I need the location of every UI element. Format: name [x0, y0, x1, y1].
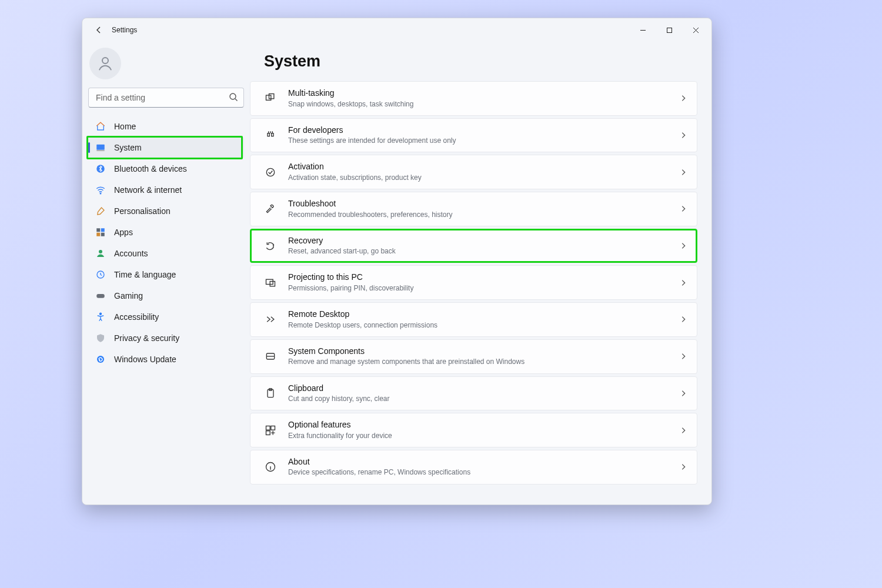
paintbrush-icon [93, 206, 108, 216]
card-multitasking[interactable]: Multi-taskingSnap windows, desktops, tas… [250, 81, 697, 116]
chevron-right-icon [679, 131, 687, 139]
card-system-components[interactable]: System ComponentsRemove and manage syste… [250, 339, 697, 374]
sidebar-item-personalisation[interactable]: Personalisation [88, 201, 244, 222]
svg-rect-16 [266, 95, 271, 100]
info-icon [261, 461, 280, 473]
card-title: Recovery [288, 236, 396, 246]
components-icon [261, 350, 280, 362]
sidebar-item-bluetooth[interactable]: Bluetooth & devices [88, 158, 244, 179]
svg-rect-10 [101, 233, 105, 236]
svg-rect-28 [266, 430, 270, 435]
sidebar-item-time-language[interactable]: Time & language [88, 264, 244, 285]
card-projecting[interactable]: Projecting to this PCPermissions, pairin… [250, 265, 697, 300]
titlebar: Settings [82, 18, 711, 42]
avatar[interactable] [89, 48, 121, 79]
svg-rect-18 [268, 133, 269, 136]
sidebar-item-label: Time & language [114, 270, 176, 279]
sidebar-item-privacy[interactable]: Privacy & security [88, 328, 244, 349]
sidebar-item-label: Network & internet [114, 185, 182, 195]
svg-rect-22 [270, 281, 275, 286]
chevron-right-icon [679, 168, 687, 176]
update-icon [93, 354, 108, 365]
recovery-icon [261, 240, 280, 252]
svg-rect-8 [101, 228, 105, 232]
svg-point-15 [97, 356, 104, 363]
clock-icon [93, 269, 108, 280]
chevron-right-icon [679, 315, 687, 323]
sidebar-item-label: Bluetooth & devices [114, 164, 187, 173]
arrow-left-icon [94, 25, 103, 35]
sidebar-item-accounts[interactable]: Accounts [88, 243, 244, 264]
svg-rect-3 [96, 145, 105, 150]
multitasking-icon [261, 92, 280, 104]
home-icon [93, 121, 108, 132]
maximize-button[interactable] [656, 21, 683, 39]
window-body: Home System Bluetooth & devices Network … [82, 42, 711, 505]
sidebar-nav: Home System Bluetooth & devices Network … [88, 116, 244, 370]
card-title: Multi-tasking [288, 88, 413, 99]
sidebar-item-apps[interactable]: Apps [88, 222, 244, 243]
card-clipboard[interactable]: ClipboardCut and copy history, sync, cle… [250, 376, 697, 411]
chevron-right-icon [679, 205, 687, 213]
sidebar-item-label: Accessibility [114, 312, 159, 322]
card-about[interactable]: AboutDevice specifications, rename PC, W… [250, 450, 697, 485]
chevron-right-icon [679, 242, 687, 250]
card-title: Clipboard [288, 383, 390, 394]
sidebar-item-accessibility[interactable]: Accessibility [88, 306, 244, 328]
chevron-right-icon [679, 279, 687, 287]
sidebar-item-label: Windows Update [114, 355, 176, 364]
card-for-developers[interactable]: For developersThese settings are intende… [250, 118, 697, 153]
sidebar-item-label: Home [114, 122, 136, 131]
svg-point-2 [230, 93, 236, 99]
optional-features-icon [261, 425, 280, 436]
svg-point-14 [100, 313, 102, 315]
sidebar-item-system[interactable]: System [88, 137, 244, 158]
chevron-right-icon [679, 94, 687, 102]
card-recovery[interactable]: RecoveryReset, advanced start-up, go bac… [250, 229, 697, 263]
bluetooth-icon [93, 163, 108, 174]
card-desc: Remote Desktop users, connection permiss… [288, 320, 437, 330]
content-area[interactable]: System Multi-taskingSnap windows, deskto… [250, 42, 711, 505]
card-optional-features[interactable]: Optional featuresExtra functionality for… [250, 413, 697, 447]
sidebar-item-windows-update[interactable]: Windows Update [88, 349, 244, 370]
svg-rect-0 [667, 28, 672, 32]
wifi-icon [93, 185, 108, 195]
svg-rect-19 [272, 133, 273, 136]
svg-rect-27 [271, 426, 275, 430]
card-desc: Cut and copy history, sync, clear [288, 394, 390, 403]
troubleshoot-icon [261, 203, 280, 215]
gamepad-icon [93, 290, 108, 301]
sidebar-item-gaming[interactable]: Gaming [88, 285, 244, 306]
projecting-icon [261, 277, 280, 289]
card-activation[interactable]: ActivationActivation state, subscription… [250, 155, 697, 189]
settings-window: Settings [82, 18, 712, 505]
close-icon [693, 27, 699, 34]
svg-rect-17 [269, 94, 274, 99]
card-desc: Reset, advanced start-up, go back [288, 246, 396, 256]
sidebar-item-home[interactable]: Home [88, 116, 244, 137]
svg-point-20 [266, 168, 274, 176]
card-remote-desktop[interactable]: Remote DesktopRemote Desktop users, conn… [250, 302, 697, 337]
card-title: For developers [288, 125, 456, 136]
card-desc: Remove and manage system components that… [288, 357, 524, 366]
chevron-right-icon [679, 463, 687, 471]
svg-point-1 [102, 58, 108, 64]
card-troubleshoot[interactable]: TroubleshootRecommended troubleshooters,… [250, 192, 697, 226]
minimize-button[interactable] [630, 21, 656, 39]
close-button[interactable] [683, 21, 709, 39]
search-input[interactable] [88, 88, 244, 108]
search-icon [229, 92, 238, 102]
minimize-icon [640, 27, 646, 34]
card-desc: Device specifications, rename PC, Window… [288, 467, 470, 477]
card-title: Troubleshoot [288, 199, 452, 209]
card-title: About [288, 457, 470, 467]
sidebar-item-label: System [114, 143, 142, 152]
window-controls [630, 21, 709, 39]
remote-desktop-icon [261, 313, 280, 325]
chevron-right-icon [679, 352, 687, 360]
sidebar-item-label: Apps [114, 228, 133, 237]
card-title: System Components [288, 346, 524, 357]
settings-card-list: Multi-taskingSnap windows, desktops, tas… [250, 81, 697, 485]
sidebar-item-network[interactable]: Network & internet [88, 179, 244, 201]
back-button[interactable] [91, 22, 107, 38]
